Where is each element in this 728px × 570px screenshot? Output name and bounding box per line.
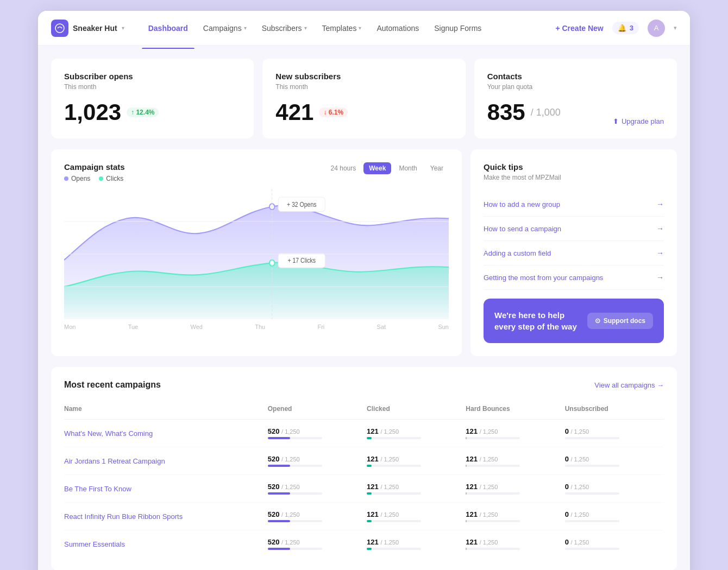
upgrade-plan-link[interactable]: ⬆ Upgrade plan: [613, 117, 664, 125]
col-name: Name: [64, 401, 268, 420]
svg-text:+ 32 Opens: + 32 Opens: [287, 201, 317, 208]
campaign-clicked-cell: 121 / 1,250: [367, 420, 466, 447]
nav-items: Dashboard Campaigns ▾ Subscribers ▾ Temp…: [142, 20, 556, 37]
time-btn-year[interactable]: Year: [425, 162, 449, 174]
arrow-icon-1: →: [656, 224, 664, 233]
notification-bell[interactable]: 🔔 3: [612, 22, 639, 34]
campaign-hard-bounce-cell: 121 / 1,250: [466, 475, 564, 503]
campaign-name-link[interactable]: Air Jordans 1 Retreat Campaign: [64, 457, 165, 465]
quick-tips-card: Quick tips Make the most of MPZMail How …: [470, 149, 677, 356]
nav-item-automations[interactable]: Automations: [370, 20, 425, 37]
campaign-name-cell: React Infinity Run Blue Ribbon Sports: [64, 503, 268, 530]
upgrade-icon: ⬆: [613, 117, 619, 125]
opened-value: 520 / 1,250: [268, 427, 360, 435]
svg-point-0: [55, 24, 64, 33]
col-opened: Opened: [268, 401, 367, 420]
chevron-icon: ▾: [359, 25, 361, 31]
subscriber-opens-card: Subscriber opens This month 1,023 ↑ 12.4…: [51, 59, 254, 138]
view-all-campaigns-link[interactable]: View all campaigns →: [594, 381, 664, 389]
table-row: Be The First To Know 520 / 1,250 121 / 1…: [64, 475, 664, 503]
support-docs-button[interactable]: ⊙ Support docs: [587, 313, 653, 329]
svg-text:+ 17 Clicks: + 17 Clicks: [287, 257, 316, 264]
hard-bounce-value: 121 / 1,250: [466, 455, 558, 463]
campaign-name-cell: What's New, What's Coming: [64, 420, 268, 447]
campaign-opened-cell: 520 / 1,250: [268, 503, 367, 530]
col-clicked: Clicked: [367, 401, 466, 420]
contacts-subtitle: Your plan quota: [487, 83, 664, 91]
campaign-opened-cell: 520 / 1,250: [268, 447, 367, 475]
campaign-clicked-cell: 121 / 1,250: [367, 447, 466, 475]
campaign-clicked-cell: 121 / 1,250: [367, 530, 466, 558]
nav-item-dashboard[interactable]: Dashboard: [142, 20, 194, 37]
support-text: We're here to help every step of the way: [494, 309, 587, 332]
chart-title: Campaign stats: [64, 162, 125, 172]
x-axis-sat: Sat: [377, 324, 386, 330]
campaign-name-link[interactable]: React Infinity Run Blue Ribbon Sports: [64, 512, 183, 521]
nav-item-signup-forms[interactable]: Signup Forms: [428, 20, 488, 37]
campaign-hard-bounce-cell: 121 / 1,250: [466, 530, 564, 558]
opened-value: 520 / 1,250: [268, 483, 360, 491]
qt-item-3[interactable]: Getting the most from your campaigns →: [484, 265, 664, 290]
chevron-icon: ▾: [304, 25, 307, 31]
new-subscribers-card: New subscribers This month 421 ↓ 6.1%: [262, 59, 465, 138]
clicks-dot: [99, 176, 103, 181]
unsub-value: 0 / 1,250: [565, 427, 657, 435]
subscriber-opens-badge: ↑ 12.4%: [127, 107, 159, 117]
clicked-value: 121 / 1,250: [367, 538, 459, 546]
hard-bounce-value: 121 / 1,250: [466, 510, 558, 518]
table-row: Summer Essentials 520 / 1,250 121 / 1,25…: [64, 530, 664, 558]
contacts-title: Contacts: [487, 72, 664, 81]
arrow-icon-2: →: [656, 249, 664, 257]
x-axis-thu: Thu: [255, 324, 265, 330]
new-subscribers-badge: ↓ 6.1%: [319, 107, 348, 117]
campaign-name-link[interactable]: Summer Essentials: [64, 540, 125, 548]
campaign-unsub-cell: 0 / 1,250: [565, 420, 664, 447]
campaign-name-link[interactable]: What's New, What's Coming: [64, 429, 153, 438]
create-new-button[interactable]: + Create New: [555, 24, 603, 33]
bell-icon: 🔔: [618, 24, 626, 32]
new-subscribers-value: 421 ↓ 6.1%: [275, 99, 452, 125]
nav-logo[interactable]: Sneaker Hut ▾: [51, 20, 124, 37]
middle-row: Campaign stats Opens Clicks: [51, 149, 677, 356]
time-btn-week[interactable]: Week: [363, 162, 391, 174]
campaign-opened-cell: 520 / 1,250: [268, 475, 367, 503]
time-btn-month[interactable]: Month: [393, 162, 422, 174]
qt-item-0[interactable]: How to add a new group →: [484, 192, 664, 217]
campaign-unsub-cell: 0 / 1,250: [565, 475, 664, 503]
clicked-value: 121 / 1,250: [367, 427, 459, 435]
time-btn-24h[interactable]: 24 hours: [325, 162, 362, 174]
qt-item-2[interactable]: Adding a custom field →: [484, 241, 664, 265]
unsub-value: 0 / 1,250: [565, 455, 657, 463]
main-content: Subscriber opens This month 1,023 ↑ 12.4…: [38, 46, 690, 570]
table-row: Air Jordans 1 Retreat Campaign 520 / 1,2…: [64, 447, 664, 475]
opened-value: 520 / 1,250: [268, 455, 360, 463]
nav-item-subscribers[interactable]: Subscribers ▾: [255, 20, 313, 37]
logo-chevron: ▾: [122, 25, 124, 31]
unsub-value: 0 / 1,250: [565, 538, 657, 546]
chart-x-axis: Mon Tue Wed Thu Fri Sat Sun: [64, 321, 449, 332]
campaign-hard-bounce-cell: 121 / 1,250: [466, 447, 564, 475]
subscriber-opens-title: Subscriber opens: [64, 72, 241, 81]
chart-header: Campaign stats Opens Clicks: [64, 162, 449, 182]
nav-item-campaigns[interactable]: Campaigns ▾: [197, 20, 253, 37]
unsub-value: 0 / 1,250: [565, 483, 657, 491]
campaigns-section: Most recent campaigns View all campaigns…: [51, 367, 677, 570]
support-icon: ⊙: [595, 317, 600, 325]
nav-item-templates[interactable]: Templates ▾: [316, 20, 368, 37]
avatar-chevron[interactable]: ▾: [674, 24, 677, 31]
contacts-card: Contacts Your plan quota 835 / 1,000 ⬆ U…: [474, 59, 677, 138]
campaign-name-cell: Summer Essentials: [64, 530, 268, 558]
x-axis-mon: Mon: [64, 324, 76, 330]
qt-item-1[interactable]: How to send a campaign →: [484, 217, 664, 241]
campaign-opened-cell: 520 / 1,250: [268, 530, 367, 558]
chevron-icon: ▾: [244, 25, 247, 31]
campaign-name-link[interactable]: Be The First To Know: [64, 485, 131, 493]
stats-row: Subscriber opens This month 1,023 ↑ 12.4…: [51, 59, 677, 138]
x-axis-tue: Tue: [128, 324, 139, 330]
campaign-name-cell: Be The First To Know: [64, 475, 268, 503]
chart-title-area: Campaign stats Opens Clicks: [64, 162, 125, 182]
campaigns-table: Name Opened Clicked Hard Bounces Unsubsc…: [64, 401, 664, 558]
opened-value: 520 / 1,250: [268, 510, 360, 518]
support-banner: We're here to help every step of the way…: [484, 299, 664, 343]
avatar[interactable]: A: [648, 20, 665, 37]
